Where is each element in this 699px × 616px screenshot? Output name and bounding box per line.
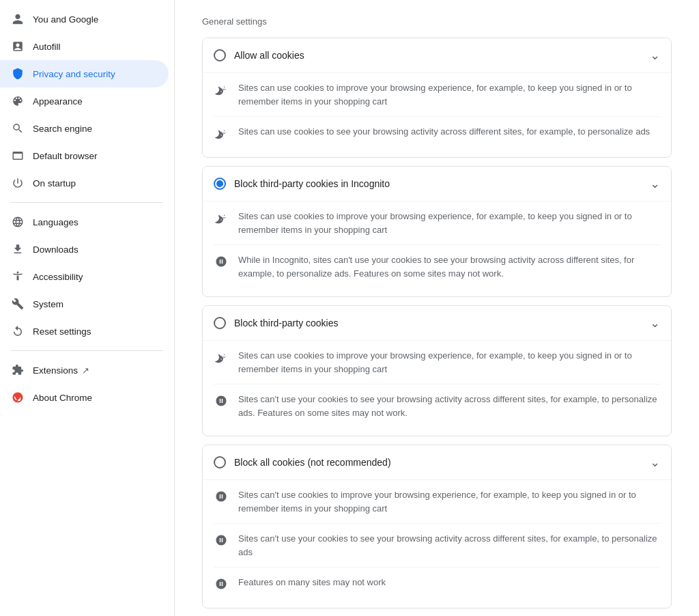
cookie-detail-text: Features on many sites may not work xyxy=(238,576,386,589)
radio-block-third-party[interactable] xyxy=(214,317,226,329)
search-icon xyxy=(11,122,25,135)
sidebar-item-label: On startup xyxy=(33,178,76,188)
extension-icon xyxy=(11,363,25,377)
cookie-option-allow-all: Allow all cookies ⌄ Sites can use cookie… xyxy=(202,38,672,158)
cookie-detail: Sites can use cookies to improve your br… xyxy=(214,201,660,245)
cookie-icon xyxy=(214,350,229,365)
sidebar-item-label: Privacy and security xyxy=(33,69,115,79)
cookie-detail: Sites can use cookies to see your browsi… xyxy=(214,117,660,149)
sidebar-item-label: You and Google xyxy=(33,14,98,25)
cookie-detail: Sites can use cookies to improve your br… xyxy=(214,341,660,384)
chevron-icon-block-incognito: ⌄ xyxy=(650,176,660,191)
browser-icon xyxy=(11,149,25,163)
shield-icon xyxy=(11,67,25,81)
block-icon xyxy=(214,576,229,591)
cookie-icon xyxy=(214,82,229,97)
sidebar-item-autofill[interactable]: Autofill xyxy=(0,33,169,60)
sidebar-item-label: Appearance xyxy=(33,96,83,107)
block-icon xyxy=(214,254,229,269)
option-label-allow-all: Allow all cookies xyxy=(234,50,642,61)
cookie-detail: Sites can't use cookies to improve your … xyxy=(214,480,660,524)
cookie-detail: While in Incognito, sites can't use your… xyxy=(214,245,660,288)
cookie-detail-text: Sites can use cookies to improve your br… xyxy=(238,210,660,236)
sidebar-item-about-chrome[interactable]: About Chrome xyxy=(0,384,169,411)
section-title: General settings xyxy=(202,16,672,27)
cookie-option-block-all: Block all cookies (not recommended) ⌄ Si… xyxy=(202,445,672,608)
cookie-detail-text: Sites can use cookies to see your browsi… xyxy=(238,125,650,139)
cookie-detail-text: Sites can use cookies to improve your br… xyxy=(238,81,660,108)
sidebar-item-reset-settings[interactable]: Reset settings xyxy=(0,318,169,345)
cookie-detail: Sites can't use your cookies to see your… xyxy=(214,524,660,568)
startup-icon xyxy=(11,176,25,190)
cookie-detail-text: Sites can use cookies to improve your br… xyxy=(238,349,660,376)
cookie-detail-text: While in Incognito, sites can't use your… xyxy=(238,253,660,280)
chevron-icon-block-third-party: ⌄ xyxy=(650,316,660,331)
sidebar-item-appearance[interactable]: Appearance xyxy=(0,87,169,115)
cookie-option-header-allow-all[interactable]: Allow all cookies ⌄ xyxy=(203,38,671,72)
autofill-icon xyxy=(11,40,25,53)
sidebar-item-label: Extensions ↗ xyxy=(33,365,89,376)
block-icon xyxy=(214,393,229,408)
sidebar-item-label: About Chrome xyxy=(33,393,92,403)
sidebar-item-languages[interactable]: Languages xyxy=(0,208,169,236)
option-label-block-incognito: Block third-party cookies in Incognito xyxy=(234,178,642,189)
cookie-option-body-block-all: Sites can't use cookies to improve your … xyxy=(203,479,671,608)
sidebar-item-extensions[interactable]: Extensions ↗ xyxy=(0,356,169,384)
cookie-detail-text: Sites can't use your cookies to see your… xyxy=(238,393,660,419)
sidebar-item-label: Accessibility xyxy=(33,272,83,282)
cookie-option-body-block-third-party: Sites can use cookies to improve your br… xyxy=(203,340,671,436)
block-icon xyxy=(214,489,229,504)
block-icon xyxy=(214,533,229,548)
system-icon xyxy=(11,297,25,311)
radio-block-incognito[interactable] xyxy=(214,178,226,190)
cookie-option-block-third-party: Block third-party cookies ⌄ Sites can us… xyxy=(202,305,672,436)
cookie-option-body-block-incognito: Sites can use cookies to improve your br… xyxy=(203,201,671,296)
appearance-icon xyxy=(11,94,25,108)
sidebar-item-system[interactable]: System xyxy=(0,290,169,318)
sidebar-item-label: Search engine xyxy=(33,124,92,134)
cookie-option-header-block-incognito[interactable]: Block third-party cookies in Incognito ⌄ xyxy=(203,167,671,201)
cookie-detail-text: Sites can't use cookies to improve your … xyxy=(238,488,660,515)
cookie-detail: Features on many sites may not work xyxy=(214,568,660,600)
sidebar-item-label: Autofill xyxy=(33,42,61,52)
cookie-detail: Sites can use cookies to improve your br… xyxy=(214,73,660,117)
nav-divider-2 xyxy=(11,350,163,351)
nav-divider-1 xyxy=(11,202,163,203)
external-link-icon: ↗ xyxy=(82,365,89,376)
sidebar: You and Google Autofill Privacy and secu… xyxy=(0,0,175,616)
sidebar-item-search-engine[interactable]: Search engine xyxy=(0,115,169,142)
sidebar-item-on-startup[interactable]: On startup xyxy=(0,169,169,197)
cookie-icon xyxy=(214,126,229,141)
radio-allow-all[interactable] xyxy=(214,49,226,61)
person-icon xyxy=(11,12,25,26)
chevron-icon-allow-all: ⌄ xyxy=(650,48,660,63)
sidebar-item-you-and-google[interactable]: You and Google xyxy=(0,5,169,33)
sidebar-item-default-browser[interactable]: Default browser xyxy=(0,142,169,169)
download-icon xyxy=(11,242,25,256)
accessibility-icon xyxy=(11,270,25,283)
radio-block-all[interactable] xyxy=(214,456,226,468)
reset-icon xyxy=(11,324,25,338)
option-label-block-all: Block all cookies (not recommended) xyxy=(234,457,642,468)
cookie-option-header-block-all[interactable]: Block all cookies (not recommended) ⌄ xyxy=(203,445,671,479)
sidebar-item-label: Languages xyxy=(33,217,79,227)
sidebar-item-accessibility[interactable]: Accessibility xyxy=(0,263,169,290)
cookie-icon xyxy=(214,210,229,225)
cookie-option-body-allow-all: Sites can use cookies to improve your br… xyxy=(203,72,671,157)
cookie-detail: Sites can't use your cookies to see your… xyxy=(214,384,660,428)
sidebar-item-label: Downloads xyxy=(33,244,79,255)
main-content: General settings Allow all cookies ⌄ Sit… xyxy=(175,0,699,616)
cookie-option-header-block-third-party[interactable]: Block third-party cookies ⌄ xyxy=(203,306,671,340)
chevron-icon-block-all: ⌄ xyxy=(650,455,660,470)
sidebar-item-downloads[interactable]: Downloads xyxy=(0,236,169,263)
cookie-option-block-incognito: Block third-party cookies in Incognito ⌄… xyxy=(202,166,672,297)
option-label-block-third-party: Block third-party cookies xyxy=(234,318,642,328)
sidebar-item-label: System xyxy=(33,299,63,309)
sidebar-item-label: Default browser xyxy=(33,151,98,161)
chrome-icon xyxy=(11,391,25,404)
cookie-detail-text: Sites can't use your cookies to see your… xyxy=(238,532,660,559)
globe-icon xyxy=(11,215,25,229)
sidebar-item-label: Reset settings xyxy=(33,326,91,337)
sidebar-item-privacy-and-security[interactable]: Privacy and security xyxy=(0,60,169,87)
